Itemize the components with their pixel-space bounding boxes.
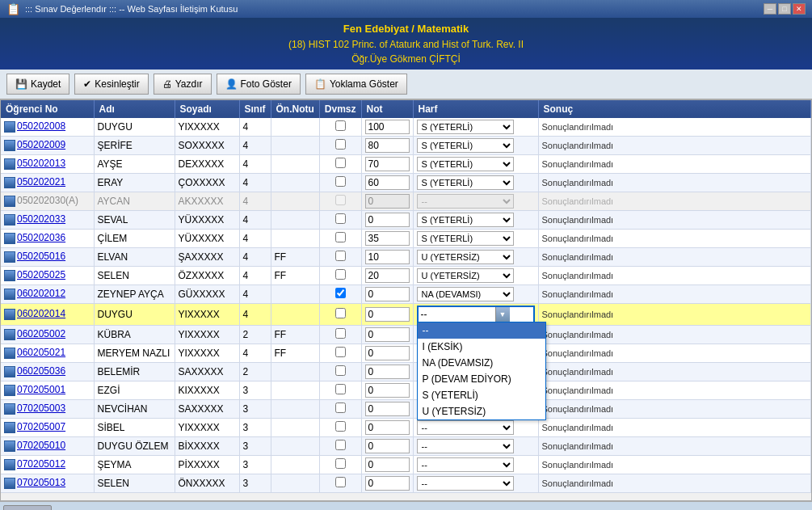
harf-select[interactable]: --I (EKSİK)NA (DEVAMSIZ)NA (DEVAMSI)P (D…	[417, 120, 514, 134]
absence-checkbox[interactable]	[335, 288, 346, 298]
harf-select[interactable]: --I (EKSİK)NA (DEVAMSIZ)NA (DEVAMSI)P (D…	[417, 231, 514, 246]
grade-input[interactable]	[365, 138, 410, 153]
harf-select[interactable]: --I (EKSİK)NA (DEVAMSIZ)NA (DEVAMSI)P (D…	[417, 457, 514, 472]
grade-input[interactable]	[365, 457, 410, 472]
absence-checkbox[interactable]	[335, 440, 346, 450]
student-no-link[interactable]: 060202012	[17, 288, 65, 299]
maximize-button[interactable]: □	[778, 3, 791, 15]
absence-checkbox[interactable]	[335, 384, 346, 394]
absence-checkbox[interactable]	[335, 269, 346, 280]
close-button[interactable]: ✕	[793, 3, 806, 15]
grade-input[interactable]	[365, 365, 410, 379]
harf-input[interactable]	[419, 308, 495, 321]
absence-checkbox[interactable]	[335, 421, 346, 432]
absence-checkbox[interactable]	[335, 158, 346, 168]
grade-input[interactable]	[365, 476, 410, 491]
kesinlestir-button[interactable]: ✔ Kesinleştir	[74, 74, 148, 95]
dropdown-arrow-icon[interactable]: ▼	[495, 307, 510, 322]
student-no-link[interactable]: 070205007	[17, 421, 65, 432]
student-no-link[interactable]: 050205025	[17, 269, 65, 280]
harf-option[interactable]: P (DEVAM EDİYOR)	[418, 371, 545, 387]
student-no-cell: 050205016	[1, 247, 94, 266]
absence-checkbox[interactable]	[335, 176, 346, 187]
student-no-link[interactable]: 060202014	[17, 308, 65, 319]
harf-select[interactable]: --I (EKSİK)NA (DEVAMSIZ)NA (DEVAMSI)P (D…	[417, 250, 514, 264]
harf-option[interactable]: U (YETERSİZ)	[418, 403, 545, 419]
absence-checkbox[interactable]	[335, 308, 346, 318]
absence-checkbox[interactable]	[335, 139, 346, 150]
student-surname-cell: BİXXXXX	[175, 436, 239, 455]
grade-cell	[361, 229, 413, 247]
student-no-link[interactable]: 060205002	[17, 328, 65, 339]
student-no-link[interactable]: 050202036	[17, 232, 65, 243]
student-no-link[interactable]: 070205010	[17, 440, 65, 451]
harf-select[interactable]: --I (EKSİK)NA (DEVAMSIZ)NA (DEVAMSI)P (D…	[417, 213, 514, 227]
status-bar	[0, 501, 812, 511]
student-no-link[interactable]: 070205012	[17, 458, 65, 470]
student-no-link[interactable]: 060205021	[17, 347, 65, 358]
harf-select[interactable]: --I (EKSİK)NA (DEVAMSIZ)NA (DEVAMSI)P (D…	[417, 439, 514, 453]
absence-checkbox[interactable]	[335, 120, 346, 131]
grade-input[interactable]	[365, 383, 410, 398]
harf-option[interactable]: NA (DEVAMSIZ)	[418, 355, 545, 371]
harf-select[interactable]: --I (EKSİK)NA (DEVAMSIZ)NA (DEVAMSI)P (D…	[417, 138, 514, 153]
grade-input[interactable]	[365, 307, 410, 322]
absence-checkbox[interactable]	[335, 458, 346, 469]
yoklama-goster-button[interactable]: 📋 Yoklama Göster	[305, 74, 407, 95]
student-no-link[interactable]: 050202008	[17, 120, 65, 132]
grade-input[interactable]	[365, 327, 410, 342]
minimize-button[interactable]: ─	[764, 3, 776, 15]
student-class-cell: 4	[239, 136, 271, 154]
grade-input[interactable]	[365, 120, 410, 134]
harf-option[interactable]: S (YETERLİ)	[418, 387, 545, 403]
grade-input[interactable]	[365, 268, 410, 283]
harf-select[interactable]: --I (EKSİK)NA (DEVAMSIZ)NA (DEVAMSI)P (D…	[417, 287, 514, 301]
absence-checkbox[interactable]	[335, 477, 346, 487]
grade-input[interactable]	[365, 231, 410, 246]
absence-checkbox[interactable]	[335, 251, 346, 261]
grade-input[interactable]	[365, 439, 410, 453]
harf-select[interactable]: --I (EKSİK)NA (DEVAMSIZ)NA (DEVAMSI)P (D…	[417, 476, 514, 491]
absence-checkbox[interactable]	[335, 347, 346, 357]
grade-input[interactable]	[365, 250, 410, 264]
table-row: 060202014DUYGUYIXXXXX4▼--I (EKSİK)NA (DE…	[1, 303, 811, 325]
student-no-link[interactable]: 070205001	[17, 384, 65, 395]
absence-checkbox[interactable]	[335, 213, 346, 224]
grade-input[interactable]	[365, 402, 410, 416]
student-class-cell: 4	[239, 192, 271, 210]
harf-select[interactable]: --I (EKSİK)NA (DEVAMSIZ)NA (DEVAMSI)P (D…	[417, 420, 514, 435]
student-no-link[interactable]: 050202021	[17, 176, 65, 188]
harf-select[interactable]: --I (EKSİK)NA (DEVAMSIZ)NA (DEVAMSI)P (D…	[417, 268, 514, 283]
student-no-link[interactable]: 050205016	[17, 251, 65, 262]
grade-input[interactable]	[365, 213, 410, 227]
harf-option[interactable]: --	[418, 322, 545, 339]
harf-select[interactable]: --I (EKSİK)NA (DEVAMSIZ)NA (DEVAMSI)P (D…	[417, 157, 514, 171]
harf-dropdown-open[interactable]: ▼--I (EKSİK)NA (DEVAMSIZ)P (DEVAM EDİYOR…	[417, 306, 535, 323]
student-no-link[interactable]: 070205013	[17, 477, 65, 488]
harf-option[interactable]: I (EKSİK)	[418, 339, 545, 355]
student-no-cell: 050202009	[1, 136, 94, 154]
letter-grade-cell: --I (EKSİK)NA (DEVAMSIZ)NA (DEVAMSI)P (D…	[413, 436, 538, 455]
yazdir-button[interactable]: 🖨 Yazdır	[154, 74, 212, 95]
grade-input[interactable]	[365, 175, 410, 190]
student-no-link[interactable]: 050202033	[17, 213, 65, 225]
harf-select[interactable]: --I (EKSİK)NA (DEVAMSIZ)NA (DEVAMSI)P (D…	[417, 175, 514, 190]
student-no-link[interactable]: 050202013	[17, 158, 65, 169]
absence-checkbox[interactable]	[335, 328, 346, 339]
student-no-link[interactable]: 060205036	[17, 365, 65, 377]
grade-input[interactable]	[365, 157, 410, 171]
student-name-cell: SİBEL	[94, 418, 175, 436]
kaydet-button[interactable]: 💾 Kaydet	[6, 74, 69, 95]
foto-goster-button[interactable]: 👤 Foto Göster	[217, 74, 301, 95]
grade-input[interactable]	[365, 287, 410, 301]
absence-checkbox[interactable]	[335, 403, 346, 413]
grade-input[interactable]	[365, 346, 410, 360]
student-no-link[interactable]: 050202009	[17, 139, 65, 150]
absence-checkbox[interactable]	[335, 365, 346, 376]
student-no-cell: 060205021	[1, 344, 94, 362]
letter-grade-cell: --I (EKSİK)NA (DEVAMSIZ)NA (DEVAMSI)P (D…	[413, 173, 538, 192]
table-row: 060205002KÜBRAYIXXXXX2FF--I (EKSİK)NA (D…	[1, 325, 811, 344]
grade-input[interactable]	[365, 420, 410, 435]
absence-checkbox[interactable]	[335, 232, 346, 242]
student-no-link[interactable]: 070205003	[17, 403, 65, 414]
